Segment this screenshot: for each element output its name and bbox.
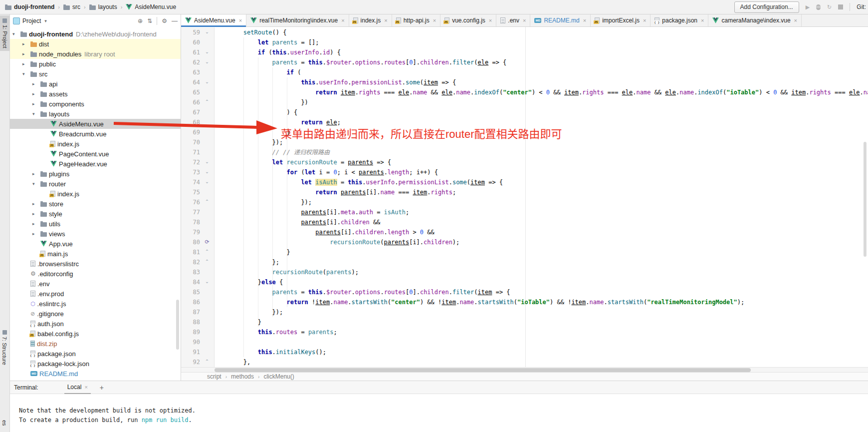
tree-item[interactable]: package.json [10, 349, 181, 359]
code-line[interactable]: 74⌄ let isAuth = this.userInfo.permissio… [181, 177, 868, 187]
fold-open-icon[interactable]: ⌄ [200, 77, 215, 87]
stripe-favorites-tab[interactable]: es [1, 420, 7, 426]
tab-close-icon[interactable]: × [583, 17, 586, 23]
tab-close-icon[interactable]: × [341, 17, 344, 23]
tree-item[interactable]: ▸plugins [10, 169, 181, 179]
breadcrumb-item[interactable]: src [63, 3, 80, 10]
tree-item[interactable]: AsideMenu.vue [10, 119, 181, 129]
code-line[interactable]: 60 let parents = []; [181, 37, 868, 47]
editor-tab[interactable]: http-api.js× [392, 14, 440, 26]
tree-item[interactable]: ⬡.eslintrc.js [10, 299, 181, 309]
chevron-down-icon[interactable]: ▾ [44, 18, 47, 23]
chevron-down-icon[interactable]: ▾ [32, 111, 40, 116]
tree-item[interactable]: index.js [10, 139, 181, 149]
fold-close-icon[interactable]: ⌃ [200, 97, 215, 107]
code-line[interactable]: 71 // // 递归权限路由 [181, 147, 868, 157]
tree-item[interactable]: ▸utils [10, 219, 181, 229]
fold-close-icon[interactable]: ⌃ [200, 247, 215, 257]
breadcrumb-item[interactable]: AsideMenu.vue [126, 3, 176, 10]
tree-item[interactable]: ▸public [10, 59, 181, 69]
code-line[interactable]: 70 }); [181, 137, 868, 147]
tree-scrollbar-thumb[interactable] [176, 300, 179, 350]
settings-gear-icon[interactable]: ⚙ [162, 17, 167, 24]
code-line[interactable]: 61⌄ if (this.userInfo.id) { [181, 47, 868, 57]
tree-item[interactable]: dist.zip [10, 339, 181, 349]
code-line[interactable]: 79 parents[i].children.length > 0 && [181, 227, 868, 237]
tab-close-icon[interactable]: × [523, 17, 526, 23]
tree-item[interactable]: ▸store [10, 199, 181, 209]
editor-tab[interactable]: AsideMenu.vue× [181, 14, 246, 26]
fold-close-icon[interactable]: ⌃ [200, 257, 215, 267]
code-area[interactable]: 59⌄ setRoute() {60 let parents = [];61⌄ … [181, 27, 868, 367]
tree-item[interactable]: App.vue [10, 239, 181, 249]
add-configuration-button[interactable]: Add Configuration... [734, 1, 799, 13]
chevron-right-icon[interactable]: ▸ [32, 171, 40, 176]
code-line[interactable]: 80⟳ recursionRoute(parents[i].children); [181, 237, 868, 247]
code-line[interactable]: 92⌃ }, [181, 357, 868, 367]
coverage-icon[interactable]: ↻ [827, 4, 832, 10]
editor-tab[interactable]: cameraManage\index.vue× [708, 14, 802, 26]
tab-close-icon[interactable]: × [794, 17, 797, 23]
code-line[interactable]: 88 } [181, 317, 868, 327]
editor-tab[interactable]: .env× [496, 14, 530, 26]
tree-item[interactable]: ▸components [10, 99, 181, 109]
editor-tab[interactable]: MDREADME.md× [530, 14, 591, 26]
tree-item[interactable]: ▾src [10, 69, 181, 79]
tree-item[interactable]: ▸style [10, 209, 181, 219]
tree-item[interactable]: ▸assets [10, 89, 181, 99]
code-line[interactable]: 72⌄ let recursionRoute = parents => { [181, 157, 868, 167]
chevron-right-icon[interactable]: ▸ [32, 91, 40, 96]
code-line[interactable]: 78 parents[i].children && [181, 217, 868, 227]
tree-item[interactable]: ⚙.editorconfig [10, 269, 181, 279]
tab-close-icon[interactable]: × [489, 17, 492, 23]
tree-item[interactable]: ▸views [10, 229, 181, 239]
code-line[interactable]: 76⌃ }); [181, 197, 868, 207]
tree-item[interactable]: index.js [10, 189, 181, 199]
tree-item[interactable]: ⊘.gitignore [10, 309, 181, 319]
editor-tab[interactable]: importExcel.js× [591, 14, 651, 26]
chevron-right-icon[interactable]: ▸ [22, 61, 30, 66]
code-line[interactable]: 82⌃ }; [181, 257, 868, 267]
fold-close-icon[interactable]: ⌃ [200, 357, 215, 367]
tab-close-icon[interactable]: × [239, 17, 242, 23]
terminal-tab-local[interactable]: Local × [64, 381, 91, 394]
project-panel-title[interactable]: Project [22, 17, 41, 24]
tree-item[interactable]: .env.prod [10, 289, 181, 299]
code-line[interactable]: 59⌄ setRoute() { [181, 27, 868, 37]
tree-item[interactable]: auth.json [10, 319, 181, 329]
code-line[interactable]: 73⌄ for (let i = 0; i < parents.length; … [181, 167, 868, 177]
code-line[interactable]: 66⌃ }) [181, 97, 868, 107]
fold-close-icon[interactable]: ⌃ [200, 197, 215, 207]
git-label[interactable]: Git: [857, 3, 866, 10]
stop-icon[interactable] [838, 4, 843, 9]
code-line[interactable]: 64⌄ this.userInfo.permissionList.some(it… [181, 77, 868, 87]
tree-item[interactable]: main.js [10, 249, 181, 259]
tree-item[interactable]: PageContent.vue [10, 149, 181, 159]
code-line[interactable]: 86 return !item.name.startsWith("center"… [181, 297, 868, 307]
stripe-structure-tab[interactable]: 7: Structure [1, 330, 7, 365]
terminal-output[interactable]: Note that the development build is not o… [19, 406, 196, 425]
code-line[interactable]: 65 return item.rights === ele.name && el… [181, 87, 868, 97]
tree-item[interactable]: babel.config.js [10, 329, 181, 339]
fold-open-icon[interactable]: ⌄ [200, 277, 215, 287]
breadcrumb-item[interactable]: clickMenu() [263, 373, 294, 380]
code-line[interactable]: 63 if ( [181, 67, 868, 77]
chevron-right-icon[interactable]: ▸ [32, 211, 40, 216]
chevron-right-icon[interactable]: ▸ [22, 41, 30, 46]
code-line[interactable]: 84⌄ }else { [181, 277, 868, 287]
tree-item[interactable]: ▾duoji-frontendD:\zheheWeb\duoji-fronten… [10, 29, 181, 39]
code-line[interactable]: 87 }); [181, 307, 868, 317]
breadcrumb-item[interactable]: script [207, 373, 221, 380]
tree-item[interactable]: package-lock.json [10, 359, 181, 369]
tree-item[interactable]: .env [10, 279, 181, 289]
chevron-right-icon[interactable]: ▸ [32, 221, 40, 226]
editor-hscrollbar-thumb[interactable] [215, 368, 751, 372]
tab-close-icon[interactable]: × [643, 17, 646, 23]
fold-open-icon[interactable]: ⌄ [200, 177, 215, 187]
collapse-all-icon[interactable]: ⇅ [147, 17, 152, 24]
code-line[interactable]: 85 parents = this.$router.options.routes… [181, 287, 868, 297]
tree-item[interactable]: ▸dist [10, 39, 181, 49]
code-line[interactable]: 81⌃ } [181, 247, 868, 257]
chevron-right-icon[interactable]: ▸ [32, 231, 40, 236]
chevron-right-icon[interactable]: ▸ [32, 101, 40, 106]
